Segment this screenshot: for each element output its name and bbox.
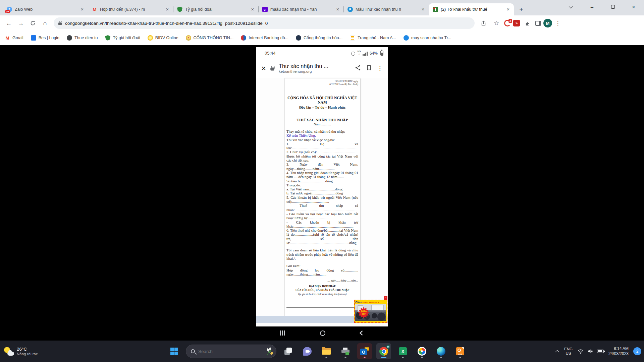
search-input[interactable]: [198, 349, 261, 354]
bookmark-thue-dien-tu[interactable]: Thue dien tu: [67, 35, 98, 41]
tab-close-icon[interactable]: ×: [250, 6, 256, 12]
bookmark-cong-thong-tin[interactable]: ★CỔNG THÔNG TIN...: [186, 35, 234, 41]
bookmark-ty-gia[interactable]: Tỷ giá hối đoái: [105, 35, 140, 41]
bookmark-label: Trang chủ - Nam A...: [358, 36, 396, 40]
minimize-button[interactable]: –: [582, 0, 602, 13]
hidden-icons-chevron-icon[interactable]: [555, 350, 559, 354]
tab-close-icon[interactable]: ×: [79, 6, 85, 12]
language-indicator[interactable]: ENG US: [564, 347, 573, 356]
page-url[interactable]: congdongketoan.vn/threads/to-khai-khau-t…: [65, 21, 268, 26]
battery-icon[interactable]: [597, 350, 604, 353]
foxit-pdf-button[interactable]: PDF: [453, 343, 468, 359]
fast-forward-extension-icon[interactable]: »: [513, 20, 520, 26]
bookmark-bes-login[interactable]: Bes | Login: [31, 35, 59, 41]
tab-yahoo-search[interactable]: y! maẫu xác nhận thu - Yah ×: [258, 3, 343, 15]
doc-paragraph: Được bổ nhiệm tới công tác tại Việt Nam …: [286, 154, 358, 163]
page-title: Thư xác nhận thu ...: [279, 63, 350, 69]
bank-icon: [241, 35, 246, 41]
tab-close-icon[interactable]: ×: [420, 6, 426, 12]
tab-title: Mẫu Thư xác nhận thu n: [356, 7, 417, 12]
home-circle-icon[interactable]: [320, 330, 325, 336]
video-chat-icon: [303, 347, 312, 356]
tab-gmail-inbox[interactable]: M Hộp thư đến (6.374) - m ×: [88, 3, 173, 15]
phone-menu-kebab-icon[interactable]: ⋮: [377, 64, 383, 72]
tab-search-chevron-icon[interactable]: [561, 0, 582, 13]
side-panel-icon[interactable]: [535, 21, 541, 26]
edge-icon: [437, 347, 445, 356]
bidv-flower-icon: [148, 35, 153, 41]
speaker-icon[interactable]: [587, 348, 594, 354]
weather-temp: 26°C: [17, 347, 38, 352]
bookmark-gmail[interactable]: MGmail: [5, 35, 23, 41]
bookmark-flag-icon[interactable]: [366, 64, 372, 72]
tab-close-icon[interactable]: ×: [505, 6, 511, 12]
bookmark-may-scan[interactable]: may scan nha ba Tr...: [404, 35, 451, 41]
battery-icon: [380, 51, 383, 56]
doc-paragraph: a. Tại Việt nam:........................…: [286, 187, 358, 191]
weather-widget[interactable]: 26°C Nắng rải rác: [3, 346, 38, 356]
tab-close-icon[interactable]: ×: [335, 6, 341, 12]
signature-date-line: ..., ngày ...... tháng ...... năm ...: [286, 279, 358, 283]
tab-ty-gia[interactable]: Tỷ giá hối đoái ×: [173, 3, 258, 15]
taskbar-search[interactable]: [186, 345, 276, 358]
tray-status-icons[interactable]: [577, 348, 604, 354]
bookmark-nam-a[interactable]: Trang chủ - Nam A...: [350, 35, 396, 41]
chat-button[interactable]: [300, 343, 315, 359]
notification-count-badge[interactable]: 2: [633, 347, 641, 355]
screen: Z5+ Zalo Web × M Hộp thư đến (6.374) - m…: [0, 0, 644, 362]
taskbar-clock[interactable]: 8:14 AM 24/03/2023: [608, 346, 629, 356]
ad-banner[interactable]: Giảm khóa học kế toán thực tế 20% OFF: [354, 300, 387, 323]
sun-cloud-icon: [3, 346, 14, 356]
tab-zalo[interactable]: Z5+ Zalo Web ×: [3, 3, 88, 15]
browser-menu-kebab-icon[interactable]: ⋮: [554, 20, 561, 27]
bookmark-star-icon[interactable]: ☆: [491, 18, 502, 28]
share-icon[interactable]: [355, 64, 361, 72]
close-page-icon[interactable]: ×: [261, 64, 266, 72]
bookmark-label: CỔNG THÔNG TIN...: [194, 36, 234, 40]
file-explorer-button[interactable]: [319, 343, 334, 359]
tab-title: maẫu xác nhận thu - Yah: [270, 7, 332, 12]
zalo-unread-badge: 5+: [5, 10, 10, 13]
download-extension-icon[interactable]: 2: [504, 20, 511, 26]
bookmark-internet-banking[interactable]: Internet Banking dà...: [241, 35, 288, 41]
tab-title: (2) Tờ khai khấu trừ thuế: [441, 7, 502, 12]
bookmark-hoa-don[interactable]: Cổng thông tin hóa...: [296, 35, 342, 41]
profile-avatar[interactable]: M: [543, 19, 552, 27]
printer-scanner-button[interactable]: [338, 343, 353, 359]
windows-taskbar: 26°C Nắng rải rác O M: [0, 341, 644, 362]
chrome-button[interactable]: M: [376, 343, 391, 359]
address-bar[interactable]: congdongketoan.vn/threads/to-khai-khau-t…: [54, 17, 475, 29]
lock-icon: [58, 22, 62, 25]
close-window-button[interactable]: ×: [623, 0, 644, 13]
start-button[interactable]: [167, 343, 181, 359]
new-tab-button[interactable]: +: [517, 5, 526, 14]
signature-title-2: CỦA TỔ CHỨC, CÁ NHÂN TRẢ THU NHẬP: [286, 289, 358, 292]
reload-icon[interactable]: [28, 18, 38, 28]
forward-icon[interactable]: →: [15, 18, 26, 28]
wifi-icon[interactable]: [577, 348, 584, 354]
signal-bars-icon: [363, 52, 368, 56]
share-icon[interactable]: [478, 18, 489, 28]
whiteboard-shape: [371, 305, 384, 310]
bookmark-bidv[interactable]: BIDV Online: [148, 35, 178, 41]
excel-button[interactable]: X: [395, 343, 410, 359]
search-icon: [191, 349, 195, 353]
extensions-puzzle-icon[interactable]: [522, 18, 533, 28]
tab-close-icon[interactable]: ×: [164, 6, 170, 12]
tab-mau-thu[interactable]: P Mẫu Thư xác nhận thu n ×: [343, 3, 429, 15]
back-icon[interactable]: ←: [3, 18, 14, 28]
alarm-icon: [351, 52, 355, 56]
company-link[interactable]: Kế toán Thiên Ưng.: [286, 133, 358, 137]
photos-button[interactable]: [415, 343, 429, 359]
task-view-button[interactable]: [281, 343, 296, 359]
outlook-button[interactable]: O: [357, 343, 372, 359]
nam-a-bars-icon: [350, 35, 355, 41]
recents-icon[interactable]: [280, 330, 285, 336]
edge-button[interactable]: [434, 343, 448, 359]
tab-to-khai-active[interactable]: (2) Tờ khai khấu trừ thuế ×: [429, 3, 514, 15]
back-chevron-icon[interactable]: [360, 331, 364, 335]
maximize-button[interactable]: [602, 0, 623, 13]
home-icon[interactable]: ⌂: [40, 18, 50, 28]
yahoo-favicon-icon: y!: [262, 7, 268, 12]
doc-paragraph: Hợp đồng lao động số............... ngày…: [286, 268, 358, 277]
